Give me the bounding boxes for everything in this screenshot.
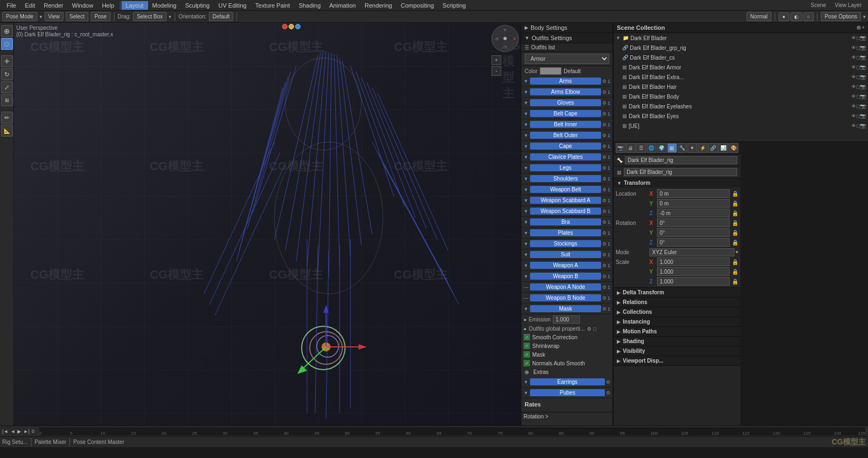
scene-vis-4[interactable]: ◻ bbox=[856, 64, 860, 70]
timeline-start-btn[interactable]: |◄ bbox=[2, 429, 8, 434]
pose-mode-btn[interactable]: Pose Mode bbox=[2, 12, 37, 21]
outfit-gear-belt-cape[interactable]: ⚙ bbox=[602, 111, 607, 117]
outfit-gear-belt-inner[interactable]: ⚙ bbox=[602, 122, 607, 127]
props-constraints-icon[interactable]: 🔗 bbox=[708, 143, 718, 153]
props-render-icon[interactable]: 📷 bbox=[616, 143, 626, 153]
location-z-field[interactable]: -0 m bbox=[657, 209, 730, 217]
color-swatch[interactable] bbox=[540, 67, 561, 75]
outfit-item-weapon-a-node[interactable]: — Weapon A Node ⚙ 1 bbox=[521, 282, 612, 293]
outfit-item-mask[interactable]: ▼ Mask ⚙ 1 bbox=[521, 304, 612, 314]
pose-btn[interactable]: Pose bbox=[91, 12, 111, 21]
scene-cam-3[interactable]: 📷 bbox=[860, 55, 866, 60]
select-box-btn[interactable]: Select Box bbox=[133, 12, 167, 21]
timeline-back-btn[interactable]: ◄ bbox=[10, 429, 15, 434]
rotation-mode-dropdown[interactable]: XYZ Euler bbox=[649, 248, 735, 256]
menu-render[interactable]: Render bbox=[40, 1, 68, 10]
scene-eye-7[interactable]: 👁 bbox=[851, 94, 856, 99]
viewport-gizmo[interactable]: Y -Y -X X bbox=[492, 25, 519, 52]
outfit-gear-weapon-b-node[interactable]: ⚙ bbox=[602, 295, 607, 301]
outfit-gear-weapon-a-node[interactable]: ⚙ bbox=[602, 285, 607, 290]
menu-layout[interactable]: Layout bbox=[122, 1, 148, 10]
scene-vis-5[interactable]: ◻ bbox=[856, 74, 860, 80]
outfit-gear-weapon-scabbard-a[interactable]: ⚙ bbox=[602, 198, 607, 203]
instancing-header[interactable]: ▶ Instancing bbox=[614, 317, 741, 326]
outfit-gear-clavice-plates[interactable]: ⚙ bbox=[602, 154, 607, 160]
scale-x-field[interactable]: 1.000 bbox=[657, 257, 730, 266]
emission-field[interactable]: 1.000 bbox=[553, 315, 580, 324]
select-btn[interactable]: Select bbox=[66, 12, 88, 21]
menu-uv-editing[interactable]: UV Editing bbox=[214, 1, 251, 10]
select-tool[interactable]: ⬡ bbox=[1, 38, 13, 50]
menu-shading[interactable]: Shading bbox=[295, 1, 325, 10]
rotation-x-lock[interactable]: 🔒 bbox=[732, 220, 738, 226]
outfits-global-row[interactable]: ● Outfits global properti... ⚙ □ bbox=[521, 325, 612, 333]
outfit-item-clavice-plates[interactable]: ▼ Clavice Plates ⚙ 1 bbox=[521, 152, 612, 163]
mask-row[interactable]: ✓ Mask bbox=[521, 350, 612, 359]
viewport-shading-btn-1[interactable]: ● bbox=[778, 12, 789, 21]
rotation-row[interactable]: Rotation > bbox=[521, 412, 612, 421]
shrinkwrap-cb[interactable]: ✓ bbox=[524, 343, 530, 349]
scene-vis-3[interactable]: ◻ bbox=[856, 55, 860, 60]
scene-vis-10[interactable]: ◻ bbox=[856, 123, 860, 128]
outfit-gear-mask[interactable]: ⚙ bbox=[602, 306, 607, 312]
rotate-tool[interactable]: ↻ bbox=[1, 68, 13, 80]
scene-cam-4[interactable]: 📷 bbox=[860, 64, 866, 70]
outfit-item-belt-outer[interactable]: ▼ Belt Outer ⚙ 1 bbox=[521, 130, 612, 141]
outfit-gear-weapon-belt[interactable]: ⚙ bbox=[602, 187, 607, 192]
outfit-item-pubes[interactable]: ▼ Pubes ⚙ bbox=[521, 388, 612, 398]
scene-cam-5[interactable]: 📷 bbox=[860, 74, 866, 80]
outfit-gear-belt-outer[interactable]: ⚙ bbox=[602, 133, 607, 138]
outfit-item-weapon-b[interactable]: ▼ Weapon B ⚙ 1 bbox=[521, 271, 612, 282]
menu-sculpting[interactable]: Sculpting bbox=[181, 1, 214, 10]
outfit-gear-arms[interactable]: ⚙ bbox=[602, 79, 607, 84]
shrinkwrap-row[interactable]: ✓ Shrinkwrap bbox=[521, 341, 612, 350]
scene-cam-8[interactable]: 📷 bbox=[860, 104, 866, 109]
menu-help[interactable]: Help bbox=[98, 1, 119, 10]
scene-item-eyelashes[interactable]: ▦ Dark Elf Blader Eyelashes 👁 ◻ 📷 bbox=[614, 101, 868, 111]
menu-animation[interactable]: Animation bbox=[325, 1, 360, 10]
scene-eye-1[interactable]: 👁 bbox=[851, 35, 856, 41]
scene-cam-9[interactable]: 📷 bbox=[860, 113, 866, 119]
outfit-gear-legs[interactable]: ⚙ bbox=[602, 165, 607, 171]
menu-texture-paint[interactable]: Texture Paint bbox=[251, 1, 294, 10]
viewport-display-header[interactable]: ▶ Viewport Disp... bbox=[614, 356, 741, 365]
scene-item-body[interactable]: ▦ Dark Elf Blader Body 👁 ◻ 📷 bbox=[614, 92, 868, 101]
shading-header[interactable]: ▶ Shading bbox=[614, 337, 741, 346]
scene-item-cs[interactable]: 🔗 Dark Elf Blader_cs 👁 ◻ 📷 bbox=[614, 53, 868, 62]
normal-btn[interactable]: Normal bbox=[746, 12, 771, 21]
location-y-field[interactable]: 0 m bbox=[657, 199, 730, 208]
normals-auto-smooth-cb[interactable]: ✓ bbox=[524, 360, 530, 366]
timeline-play-btn[interactable]: ▶ bbox=[17, 429, 21, 434]
outfit-gear-bra[interactable]: ⚙ bbox=[602, 220, 607, 225]
menu-modeling[interactable]: Modeling bbox=[148, 1, 181, 10]
rotation-x-field[interactable]: 0° bbox=[657, 218, 730, 227]
scene-vis-9[interactable]: ◻ bbox=[856, 113, 860, 119]
scene-vis-7[interactable]: ◻ bbox=[856, 94, 860, 99]
rotation-y-field[interactable]: 0° bbox=[657, 228, 730, 237]
transform-header[interactable]: ▼ Transform bbox=[614, 178, 741, 188]
scene-cam-2[interactable]: 📷 bbox=[860, 45, 866, 50]
outfit-item-belt-cape[interactable]: ▼ Belt Cape ⚙ 1 bbox=[521, 108, 612, 119]
props-data-icon[interactable]: 📊 bbox=[718, 143, 728, 153]
props-object-icon[interactable]: ▦ bbox=[667, 143, 677, 153]
props-particles-icon[interactable]: ✦ bbox=[687, 143, 697, 153]
props-output-icon[interactable]: 🖨 bbox=[626, 143, 636, 153]
armor-dropdown[interactable]: Armor bbox=[525, 54, 609, 64]
outfit-gear-weapon-b[interactable]: ⚙ bbox=[602, 274, 607, 279]
collections-header[interactable]: ▶ Collections bbox=[614, 307, 741, 317]
outfit-gear-weapon-a[interactable]: ⚙ bbox=[602, 263, 607, 268]
menu-edit[interactable]: Edit bbox=[21, 1, 40, 10]
outfit-gear-arms-elbow[interactable]: ⚙ bbox=[602, 89, 607, 95]
outfit-item-shoulders[interactable]: ▼ Shoulders ⚙ 1 bbox=[521, 173, 612, 184]
timeline-fwd-btn[interactable]: ►| bbox=[23, 429, 29, 434]
outfit-item-arms[interactable]: ▼ Arms ⚙ 1 bbox=[521, 76, 612, 87]
outfit-item-plates[interactable]: ▼ Plates ⚙ 1 bbox=[521, 228, 612, 238]
scale-z-lock[interactable]: 🔒 bbox=[732, 279, 738, 285]
palette-mixer-btn[interactable]: Palette Mixer bbox=[35, 439, 66, 445]
outfit-item-suit[interactable]: ▼ Suit ⚙ 1 bbox=[521, 249, 612, 260]
relations-header[interactable]: ▶ Relations bbox=[614, 298, 741, 307]
outfit-item-legs[interactable]: ▼ Legs ⚙ 1 bbox=[521, 163, 612, 173]
location-x-lock[interactable]: 🔒 bbox=[732, 191, 738, 197]
rotation-z-field[interactable]: 0° bbox=[657, 238, 730, 247]
transform-tool[interactable]: ⊞ bbox=[1, 94, 13, 106]
